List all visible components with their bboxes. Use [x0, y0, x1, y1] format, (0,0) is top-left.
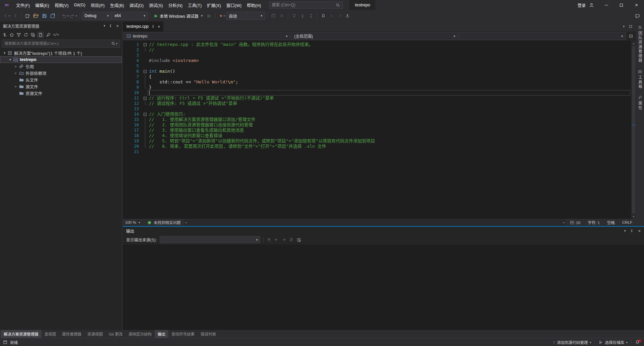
minimize-button[interactable] — [599, 0, 614, 10]
switch-views-icon[interactable] — [2, 32, 7, 37]
quick-search[interactable] — [269, 1, 343, 9]
navigate-forward-button[interactable] — [11, 12, 19, 20]
step-over-icon[interactable] — [290, 12, 298, 20]
show-all-files-icon[interactable] — [38, 32, 44, 38]
maximize-button[interactable] — [614, 0, 629, 10]
tree-expander-icon[interactable]: ▸ — [13, 71, 18, 75]
code-line[interactable]: 1-// testrepo.cpp : 此文件包含 "main" 函数。程序执行… — [123, 42, 631, 47]
code-line[interactable]: 16// 2. 使用团队资源管理器窗口连接到源代码管理 — [123, 122, 631, 128]
autohide-tab[interactable]: 属性 — [637, 95, 643, 110]
fold-marker[interactable]: - — [142, 42, 148, 47]
code-line[interactable]: 12// 调试程序: F5 或调试 >"开始调试"菜单 — [123, 101, 631, 106]
code-line[interactable]: 14-// 入门使用技巧: — [123, 112, 631, 117]
code-line[interactable]: 13 — [123, 106, 631, 112]
toggle-word-wrap-icon[interactable] — [297, 237, 301, 242]
output-source-dropdown[interactable]: ▾ — [160, 236, 260, 243]
code-line[interactable]: 3 — [123, 53, 631, 58]
spaces-indicator[interactable]: 空格 — [603, 220, 619, 225]
pin-icon[interactable] — [630, 229, 634, 233]
menu-item[interactable]: 生成(B) — [107, 0, 127, 10]
vertical-scrollbar[interactable]: ▴ ▾ — [631, 41, 636, 219]
refresh-icon[interactable] — [23, 32, 28, 37]
tree-expander-icon[interactable]: ▾ — [8, 58, 13, 61]
menu-item[interactable]: 帮助(H) — [244, 0, 264, 10]
attach-to-process-icon[interactable] — [269, 12, 277, 20]
tool-window-tab[interactable]: 资源视图 — [85, 330, 106, 338]
scroll-up-icon[interactable]: ▴ — [631, 41, 636, 46]
code-line[interactable]: 18// 4. 使用错误列表窗口查看错误 — [123, 133, 631, 138]
pin-icon[interactable] — [109, 24, 112, 28]
next-bookmark-icon[interactable] — [336, 12, 344, 20]
redo-button[interactable]: ▾ — [69, 12, 77, 20]
add-to-source-control-button[interactable]: ↑ 添加到源代码管理 ▴ — [549, 338, 595, 346]
code-line[interactable]: 17// 3. 使用输出窗口查看生成输出和其他消息 — [123, 128, 631, 133]
active-files-dropdown-icon[interactable]: ▾ — [623, 25, 625, 28]
code-line[interactable]: 11-// 运行程序: Ctrl + F5 或调试 >"开始执行(不调试)"菜单 — [123, 95, 631, 101]
project-dropdown[interactable]: ++ testrepo▾ — [123, 32, 290, 40]
tree-item[interactable]: 资源文件 — [0, 90, 122, 96]
pin-icon[interactable] — [151, 25, 155, 28]
code-line[interactable]: 21 — [123, 149, 631, 154]
clear-all-icon[interactable] — [289, 237, 293, 242]
bookmark-icon[interactable] — [319, 12, 327, 20]
toolbar-overflow-button[interactable]: ▾ — [344, 14, 351, 17]
home-icon[interactable] — [9, 32, 14, 37]
autohide-tab[interactable]: 团队资源管理器 — [637, 25, 643, 63]
start-debugging-button[interactable]: ▶本地 Windows 调试器▾ — [152, 12, 205, 20]
close-tab-icon[interactable]: × — [158, 24, 160, 29]
notifications-bell-icon[interactable] — [632, 338, 644, 346]
solution-platform-dropdown[interactable]: x64▾ — [112, 12, 148, 20]
member-dropdown[interactable]: ▾ — [459, 32, 626, 40]
go-to-next-message-icon[interactable] — [282, 237, 286, 242]
menu-item[interactable]: 视图(V) — [52, 0, 71, 10]
code-line[interactable]: 20// 6. 将来, 若要再次打开此项目, 请转到"文件">"打开">"项目"… — [123, 144, 631, 149]
menu-item[interactable]: 分析(N) — [166, 0, 185, 10]
background-tasks-icon[interactable] — [3, 340, 7, 344]
solution-explorer-search[interactable]: ▾ — [2, 40, 120, 48]
code-line[interactable]: 19// 5. 转到"项目">"添加新项"以创建新的代码文件，或转到"项目">"… — [123, 138, 631, 144]
menu-item[interactable]: 工具(T) — [185, 0, 204, 10]
panel-tab[interactable]: 错误列表 — [198, 330, 219, 338]
send-feedback-icon[interactable] — [633, 12, 641, 20]
quick-search-input[interactable] — [272, 3, 336, 7]
break-all-icon[interactable] — [278, 12, 286, 20]
document-tab[interactable]: testrepo.cpp × — [123, 21, 163, 31]
properties-icon[interactable] — [46, 32, 51, 37]
tree-item[interactable]: ▾++testrepo — [0, 56, 122, 63]
menu-item[interactable]: 窗口(W) — [224, 0, 244, 10]
code-line[interactable]: 8 std::cout << "Hello World!\n"; — [123, 79, 631, 85]
close-button[interactable]: × — [629, 0, 644, 10]
collapse-box-icon[interactable]: - — [144, 43, 147, 46]
code-line[interactable]: 7{ — [123, 74, 631, 79]
panel-tab[interactable]: 调用层次结构 — [125, 330, 155, 338]
previous-bookmark-icon[interactable] — [328, 12, 336, 20]
scroll-down-icon[interactable]: ▾ — [631, 214, 636, 219]
collapse-box-icon[interactable]: - — [144, 113, 147, 116]
code-line[interactable]: 4#include <iostream> — [123, 58, 631, 63]
tree-item[interactable]: ▸引用 — [0, 63, 122, 70]
sign-in-button[interactable]: 登录 — [578, 2, 586, 8]
collapse-box-icon[interactable]: - — [144, 70, 147, 73]
menu-item[interactable]: 测试(S) — [146, 0, 166, 10]
line-indicator[interactable]: 行: 10 — [566, 220, 584, 225]
menu-item[interactable]: Git(G) — [71, 0, 88, 10]
horizontal-scrollbar[interactable]: ◂▸ — [184, 219, 566, 226]
menu-item[interactable]: 项目(P) — [88, 0, 107, 10]
tree-item[interactable]: ▸源文件 — [0, 83, 122, 90]
fold-marker[interactable]: - — [142, 95, 148, 101]
tree-expander-icon[interactable]: ▸ — [13, 65, 18, 68]
tree-expander-icon[interactable]: ▾ — [2, 51, 7, 55]
output-panel-header[interactable]: 输出 ▾ × — [123, 227, 644, 235]
tree-item[interactable]: 头文件 — [0, 76, 122, 83]
hot-reload-mode-dropdown[interactable]: 自动▾ — [226, 12, 265, 20]
start-without-debugging-icon[interactable]: ▷ — [205, 12, 213, 20]
new-project-icon[interactable] — [23, 12, 32, 20]
search-icon[interactable]: ▾ — [111, 42, 117, 46]
menu-item[interactable]: 编辑(E) — [33, 0, 52, 10]
account-icon[interactable] — [589, 3, 594, 8]
scrollbar-thumb[interactable] — [632, 46, 635, 213]
autohide-tab[interactable]: 工具箱 — [637, 70, 643, 89]
collapse-box-icon[interactable]: - — [144, 97, 147, 100]
code-line[interactable]: 15// 1. 使用解决方案资源管理器窗口添加/管理文件 — [123, 117, 631, 122]
code-line[interactable]: 2// — [123, 47, 631, 53]
